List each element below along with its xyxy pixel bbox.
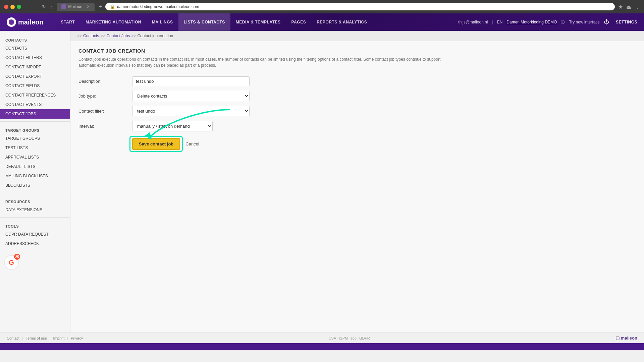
dot-red[interactable] (4, 5, 8, 9)
tab-favicon (61, 4, 66, 9)
contact-job-form: Description: Job type: Delete contacts E… (78, 76, 636, 150)
lang-separator: | (492, 20, 493, 24)
browser-forward[interactable]: → (33, 4, 39, 10)
contact-filter-label: Contact filter: (78, 109, 132, 114)
account-name[interactable]: Damen Motorkleding DEMO (506, 20, 557, 24)
breadcrumb-sep-3: >> (131, 34, 136, 38)
eco-badge: eco (351, 336, 357, 340)
lock-icon: 🔒 (110, 4, 115, 9)
try-new-link[interactable]: Try new interface (569, 20, 600, 24)
browser-refresh[interactable]: ↻ (42, 4, 46, 9)
footer-contact-link[interactable]: Contact (7, 336, 19, 340)
sidebar-item-test-lists[interactable]: TEST LISTS (0, 143, 70, 153)
footer-links: Contact | Terms of use | Imprint | Priva… (7, 336, 83, 340)
interval-select[interactable]: manually / start on demand daily weekly (132, 121, 213, 131)
form-row-description: Description: (78, 76, 636, 86)
footer-privacy-link[interactable]: Privacy (71, 336, 83, 340)
sidebar-item-contact-events[interactable]: CONTACT EVENTS (0, 100, 70, 109)
browser-menu[interactable]: ⋮ (635, 4, 640, 10)
breadcrumb-contact-jobs[interactable]: Contact Jobs (106, 34, 130, 38)
sidebar-item-addresscheck[interactable]: ADDRESSCHECK (0, 239, 70, 248)
logo-icon (7, 17, 16, 27)
sidebar-item-approval-lists[interactable]: APPROVAL LISTS (0, 153, 70, 162)
form-row-job-type: Job type: Delete contacts Export contact… (78, 91, 636, 101)
nav-mailings[interactable]: MAILINGS (147, 13, 178, 31)
form-row-contact-filter: Contact filter: test undo (78, 106, 636, 116)
sidebar-item-blocklists[interactable]: BLOCKLISTS (0, 181, 70, 190)
settings-button[interactable]: SETTINGS (616, 20, 637, 24)
sidebar-item-gdpr[interactable]: GDPR DATA REQUEST (0, 230, 70, 239)
browser-home[interactable]: ⌂ (49, 4, 52, 9)
new-tab-button[interactable]: + (99, 3, 102, 10)
footer-badges: CSA ISPM eco GDPR (329, 336, 370, 340)
user-email: thijs@maileon.nl (458, 20, 488, 24)
sidebar-item-contact-preferences[interactable]: CONTACT PREFERENCES (0, 90, 70, 100)
footer-terms-link[interactable]: Terms of use (26, 336, 47, 340)
breadcrumb-current: Contact job creation (137, 34, 173, 38)
sidebar-item-contact-jobs[interactable]: CONTACT JOBS (0, 109, 70, 119)
sidebar-item-contact-import[interactable]: CONTACT IMPORT (0, 62, 70, 72)
nav-media[interactable]: MEDIA & TEMPLATES (230, 13, 286, 31)
sidebar-item-contact-filters[interactable]: CONTACT FILTERS (0, 53, 70, 62)
nav-pages[interactable]: PAGES (286, 13, 312, 31)
logo[interactable]: maileon (7, 17, 44, 27)
sidebar-section-tools: TOOLS (0, 220, 70, 230)
nav-lists-contacts[interactable]: LISTS & CONTACTS (178, 13, 230, 31)
tab-close-icon[interactable]: ✕ (87, 4, 90, 9)
content-area: >> Contacts >> Contact Jobs >> Contact j… (70, 31, 644, 333)
main-layout: CONTACTS CONTACTS CONTACT FILTERS CONTAC… (0, 31, 644, 333)
url-text: damenmotorkleding-news-mailer.maileon.co… (117, 4, 199, 9)
save-contact-job-button[interactable]: Save contact job (132, 138, 180, 150)
csa-badge: CSA (329, 336, 336, 340)
breadcrumb: >> Contacts >> Contact Jobs >> Contact j… (70, 31, 644, 41)
g2-badge[interactable]: G 25 (4, 255, 19, 270)
nav-start[interactable]: START (56, 13, 80, 31)
g2-badge-count: 25 (14, 254, 20, 260)
tab-title: Maileon (68, 4, 82, 9)
sidebar: CONTACTS CONTACTS CONTACT FILTERS CONTAC… (0, 31, 70, 333)
logo-text: maileon (18, 18, 44, 26)
nav-right: thijs@maileon.nl | EN Damen Motorkleding… (458, 19, 609, 25)
sidebar-item-contacts[interactable]: CONTACTS (0, 44, 70, 53)
nav-reports[interactable]: REPORTS & ANALYTICS (311, 13, 372, 31)
footer: Contact | Terms of use | Imprint | Priva… (0, 333, 644, 343)
sidebar-divider-2 (0, 193, 70, 193)
info-icon[interactable]: ⓘ (561, 19, 565, 25)
sidebar-divider-3 (0, 217, 70, 218)
sidebar-item-default-lists[interactable]: DEFAULT LISTS (0, 162, 70, 171)
dot-yellow[interactable] (10, 5, 15, 9)
browser-dots (4, 5, 21, 9)
browser-back[interactable]: ← (24, 4, 30, 10)
breadcrumb-contacts[interactable]: Contacts (83, 34, 99, 38)
browser-extensions[interactable]: ⏏ (626, 4, 631, 10)
nav-marketing[interactable]: MARKETING AUTOMATION (80, 13, 147, 31)
description-input[interactable] (132, 76, 250, 86)
gdpr-badge: GDPR (359, 336, 370, 340)
dot-green[interactable] (17, 5, 21, 9)
sidebar-item-mailing-blocklists[interactable]: MAILING BLOCKLISTS (0, 171, 70, 181)
maileon-footer-logo: ▢ maileon (615, 336, 637, 341)
breadcrumb-sep-2: >> (100, 34, 105, 38)
address-bar[interactable]: 🔒 damenmotorkleding-news-mailer.maileon.… (105, 3, 615, 10)
sidebar-item-target-groups[interactable]: TARGET GROUPS (0, 134, 70, 143)
browser-star[interactable]: ★ (618, 4, 623, 10)
browser-tab[interactable]: Maileon ✕ (57, 3, 94, 11)
ispm-badge: ISPM (339, 336, 348, 340)
sidebar-section-contacts: CONTACTS (0, 34, 70, 44)
cancel-button[interactable]: Cancel (184, 139, 200, 149)
breadcrumb-sep-1: >> (77, 34, 82, 38)
contact-filter-select[interactable]: test undo (132, 106, 250, 116)
footer-bottom-bar (0, 343, 644, 350)
lang-switch[interactable]: EN (497, 20, 503, 24)
sidebar-divider-1 (0, 121, 70, 122)
form-row-interval: Interval: manually / start on demand dai… (78, 121, 636, 131)
page-content: CONTACT JOB CREATION Contact jobs execut… (70, 41, 644, 157)
top-nav: maileon START MARKETING AUTOMATION MAILI… (0, 13, 644, 31)
job-type-select[interactable]: Delete contacts Export contacts Update c… (132, 91, 250, 101)
interval-label: Interval: (78, 124, 132, 129)
sidebar-item-contact-fields[interactable]: CONTACT FIELDS (0, 81, 70, 90)
footer-imprint-link[interactable]: Imprint (53, 336, 65, 340)
sidebar-item-data-extensions[interactable]: DATA EXTENSIONS (0, 205, 70, 215)
power-icon[interactable]: ⏻ (604, 19, 609, 25)
sidebar-item-contact-export[interactable]: CONTACT EXPORT (0, 72, 70, 81)
